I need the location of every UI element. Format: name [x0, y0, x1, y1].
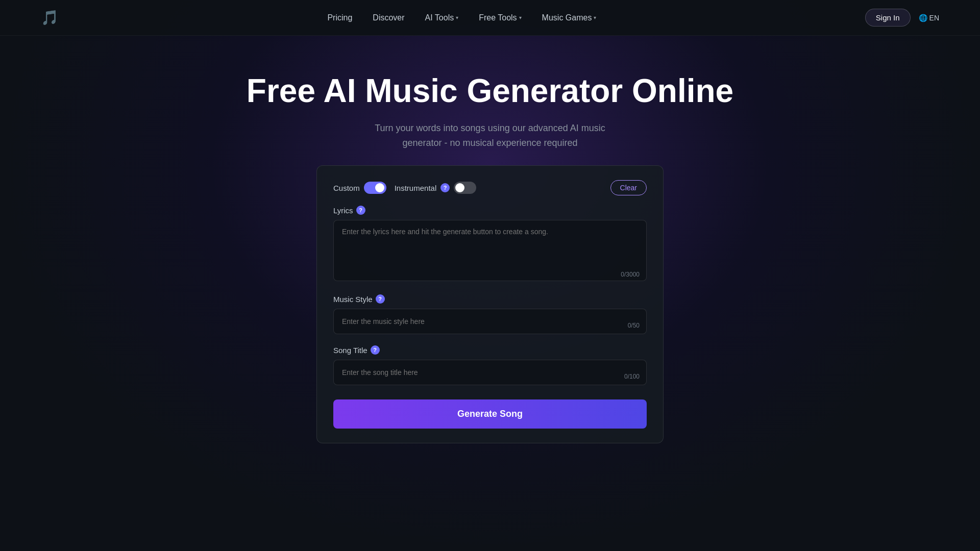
nav-music-games[interactable]: Music Games ▾	[542, 13, 597, 22]
toggle-row: Custom Instrumental ?	[333, 180, 647, 195]
instrumental-label: Instrumental	[395, 184, 437, 192]
custom-toggle-track	[364, 182, 386, 194]
music-style-label: Music Style	[333, 295, 373, 304]
logo-icon: 🎵	[41, 9, 59, 26]
instrumental-toggle[interactable]	[454, 182, 476, 194]
generator-form: Custom Instrumental ?	[316, 165, 664, 443]
lyrics-help-icon[interactable]: ?	[356, 206, 365, 215]
nav-links: Pricing Discover AI Tools ▾ Free Tools ▾…	[327, 13, 596, 22]
song-title-label: Song Title	[333, 346, 368, 355]
instrumental-toggle-thumb	[455, 183, 464, 192]
toggle-group: Custom Instrumental ?	[333, 182, 476, 194]
navbar-right: Sign In 🌐 EN	[865, 9, 939, 27]
song-title-char-count: 0/100	[624, 373, 640, 380]
song-title-input[interactable]	[333, 360, 647, 385]
chevron-down-icon: ▾	[519, 15, 522, 20]
instrumental-toggle-item: Instrumental ?	[395, 182, 477, 194]
chevron-down-icon: ▾	[594, 15, 596, 20]
instrumental-toggle-track	[454, 182, 476, 194]
lyrics-textarea-wrapper: 0/3000	[333, 220, 647, 283]
lyrics-label: Lyrics	[333, 206, 353, 215]
music-style-help-icon[interactable]: ?	[376, 294, 385, 304]
nav-free-tools[interactable]: Free Tools ▾	[479, 13, 521, 22]
generate-button[interactable]: Generate Song	[333, 399, 647, 429]
music-style-input[interactable]	[333, 309, 647, 334]
custom-toggle-thumb	[375, 183, 384, 192]
music-style-char-count: 0/50	[628, 322, 640, 329]
language-icon: 🌐	[919, 14, 927, 22]
nav-pricing[interactable]: Pricing	[327, 13, 352, 22]
song-title-input-wrapper: 0/100	[333, 360, 647, 385]
lyrics-input[interactable]	[333, 220, 647, 281]
hero-title: Free AI Music Generator Online	[0, 71, 980, 111]
hero-subtitle: Turn your words into songs using our adv…	[357, 121, 623, 151]
chevron-down-icon: ▾	[456, 15, 458, 20]
song-title-label-row: Song Title ?	[333, 345, 647, 355]
custom-label: Custom	[333, 184, 360, 192]
music-style-input-wrapper: 0/50	[333, 309, 647, 334]
language-button[interactable]: 🌐 EN	[919, 14, 939, 22]
song-title-help-icon[interactable]: ?	[371, 345, 380, 355]
lyrics-char-count: 0/3000	[621, 271, 640, 278]
logo[interactable]: 🎵	[41, 9, 59, 26]
clear-button[interactable]: Clear	[610, 180, 647, 195]
lyrics-field: Lyrics ? 0/3000	[333, 206, 647, 283]
custom-toggle[interactable]	[364, 182, 386, 194]
sign-in-button[interactable]: Sign In	[865, 9, 911, 27]
nav-discover[interactable]: Discover	[373, 13, 404, 22]
instrumental-help-icon[interactable]: ?	[440, 183, 450, 192]
song-title-field: Song Title ? 0/100	[333, 345, 647, 385]
music-style-label-row: Music Style ?	[333, 294, 647, 304]
navbar: 🎵 Pricing Discover AI Tools ▾ Free Tools…	[0, 0, 980, 36]
custom-toggle-item: Custom	[333, 182, 386, 194]
lyrics-label-row: Lyrics ?	[333, 206, 647, 215]
hero-section: Free AI Music Generator Online Turn your…	[0, 36, 980, 165]
music-style-field: Music Style ? 0/50	[333, 294, 647, 334]
nav-ai-tools[interactable]: AI Tools ▾	[425, 13, 459, 22]
